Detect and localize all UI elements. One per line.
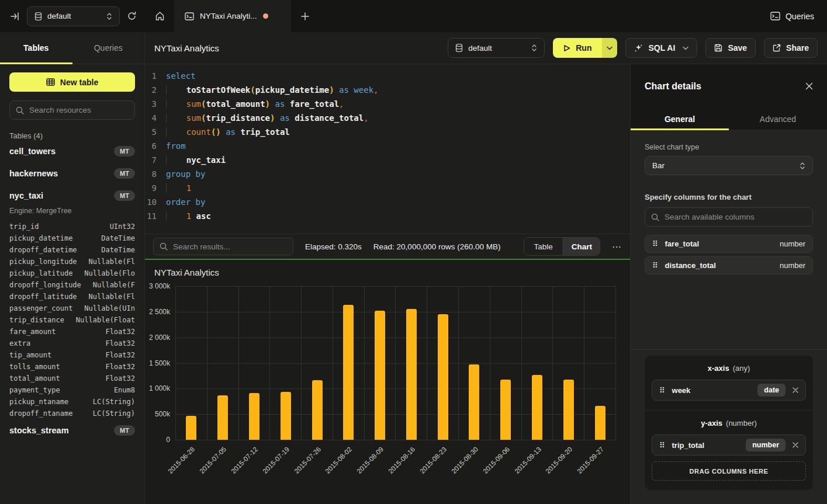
run-button[interactable]: Run [553,38,617,58]
column-row: fare_amountFloat32 [9,326,135,338]
drag-handle-icon[interactable]: ⠿ [659,387,665,394]
new-tab-button[interactable] [291,0,319,32]
sql-editor[interactable]: 1select2 toStartOfWeek(pickup_datetime) … [145,64,630,234]
column-type: Nullable(Fl [89,291,135,303]
column-type: Nullable(Fl [89,256,135,267]
plot-cell [238,286,270,440]
plus-icon [301,12,309,20]
column-type: LC(String) [93,396,135,408]
table-item-cell_towers[interactable]: cell_towersMT [9,140,135,162]
column-name: dropoff_datetime [9,244,77,256]
code-line[interactable]: 2 toStartOfWeek(pickup_datetime) as week… [145,83,630,97]
share-button[interactable]: Share [764,38,818,58]
search-columns-input[interactable] [645,207,813,227]
remove-y-axis-column-button[interactable] [793,442,798,448]
run-options-caret[interactable] [602,38,617,58]
view-table-segment[interactable]: Table [524,238,562,255]
x-tick-label: 2015-09-27 [576,446,605,475]
code-line[interactable]: 11 1 asc [145,209,630,223]
code-line[interactable]: 9 1 [145,181,630,195]
new-table-button[interactable]: New table [9,72,135,92]
code-line[interactable]: 6from [145,139,630,153]
y-axis-column-name: trip_total [672,441,739,450]
available-column-fare_total[interactable]: ⠿fare_totalnumber [645,235,813,253]
share-button-label: Share [786,43,809,53]
code-line[interactable]: 5 count() as trip_total [145,125,630,139]
code-text: 1 [166,181,191,195]
code-text: sum(trip_distance) as distance_total, [166,111,369,125]
search-resources-input[interactable] [9,100,135,120]
chart-type-label: Select chart type [645,143,813,151]
table-name: stocks_stream [9,426,69,435]
sidebar-tab-tables[interactable]: Tables [0,32,72,64]
column-name: tip_amount [9,349,51,361]
x-axis-column-pill[interactable]: ⠿ week date [652,380,806,401]
column-name: extra [9,338,30,349]
sidebar-body: New table Tables (4) cell_towersMThacker… [0,64,144,504]
database-icon [34,12,42,20]
x-tick-label: 2015-07-05 [198,446,227,475]
column-type: Nullable(Flo [84,267,135,279]
column-name: dropoff_longitude [9,279,81,291]
column-name: pickup_longitude [9,256,77,267]
sidebar-tabs: Tables Queries [0,32,144,64]
close-panel-button[interactable] [805,82,813,90]
tab-nytaxi-analytics[interactable]: NYTaxi Analyti... [174,0,291,32]
search-results-input[interactable] [153,238,293,255]
column-row: dropoff_datetimeDateTime [9,244,135,256]
y-tick-label: 3 000k [149,282,170,290]
drag-handle-icon[interactable]: ⠿ [652,240,658,248]
bar-2015-07-05 [217,395,228,440]
drag-handle-icon[interactable]: ⠿ [652,262,658,269]
sql-ai-button[interactable]: SQL AI [625,38,697,58]
line-number: 6 [145,139,166,153]
code-line[interactable]: 7 nyc_taxi [145,153,630,167]
plot-cells [175,286,616,440]
chart-type-select[interactable]: Bar [645,156,813,175]
save-button[interactable]: Save [705,38,756,58]
code-line[interactable]: 8group by [145,167,630,181]
home-button[interactable] [145,0,174,32]
y-axis-column-pill[interactable]: ⠿ trip_total number [652,435,806,456]
column-name: passenger_count [9,303,72,314]
tab-advanced[interactable]: Advanced [729,108,827,130]
code-text: sum(total_amount) as fare_total, [166,97,344,111]
bar-2015-07-26 [312,380,323,440]
code-text: count() as trip_total [166,125,290,139]
x-tick-label: 2015-06-28 [167,446,196,475]
column-row: tolls_amountFloat32 [9,361,135,373]
tab-general-label: General [665,114,695,124]
remove-x-axis-column-button[interactable] [793,387,798,393]
column-type: LC(String) [93,408,135,419]
run-button-label: Run [576,43,591,53]
collapse-sidebar-button[interactable] [11,12,20,21]
drop-zone[interactable]: DRAG COLUMNS HERE [652,461,806,481]
column-row: passenger_countNullable(UIn [9,303,135,314]
available-column-distance_total[interactable]: ⠿distance_totalnumber [645,256,813,274]
refresh-icon [127,11,137,21]
engine-badge: MT [114,425,135,436]
table-item-nyc_taxi[interactable]: nyc_taxiMT [9,185,135,207]
code-line[interactable]: 3 sum(total_amount) as fare_total, [145,97,630,111]
refresh-button[interactable] [127,11,137,21]
queries-button[interactable]: Queries [770,12,814,21]
code-text: nyc_taxi [166,153,226,167]
chart-details-panel: Chart details General Advanced Select ch… [630,64,827,504]
table-item-hackernews[interactable]: hackernewsMT [9,162,135,185]
code-line[interactable]: 1select [145,69,630,83]
tab-strip: NYTaxi Analyti... [145,0,770,32]
drag-handle-icon[interactable]: ⠿ [659,442,665,449]
tab-general[interactable]: General [631,108,729,130]
table-item-stocks_stream[interactable]: stocks_streamMT [9,419,135,442]
column-name: total_amount [9,373,60,384]
view-chart-segment[interactable]: Chart [562,238,600,255]
more-options-button[interactable]: ⋯ [612,241,622,252]
table-name: cell_towers [9,147,56,156]
sidebar-tab-queries[interactable]: Queries [72,32,145,64]
code-line[interactable]: 10order by [145,195,630,209]
y-tick-label: 0 [166,436,170,444]
database-selector[interactable]: default [27,6,120,26]
code-line[interactable]: 4 sum(trip_distance) as distance_total, [145,111,630,125]
toolbar-database-selector[interactable]: default [448,38,545,58]
share-icon [773,44,781,52]
